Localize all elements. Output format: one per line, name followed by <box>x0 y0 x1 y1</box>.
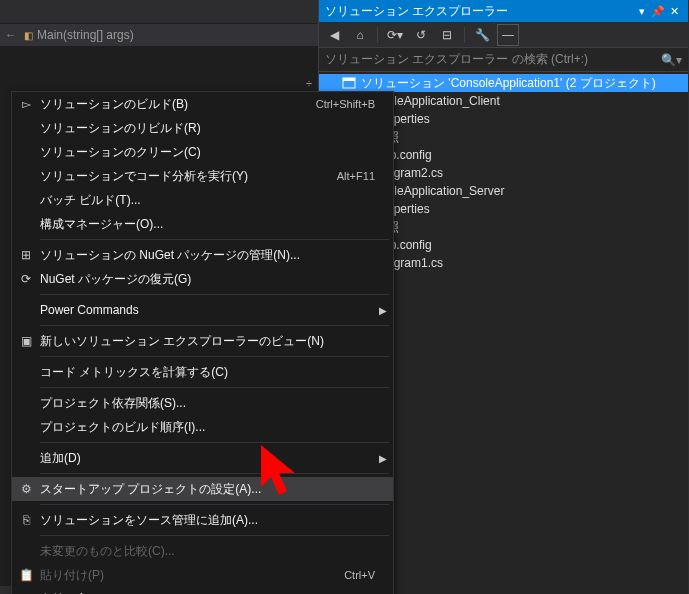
solution-search-placeholder: ソリューション エクスプローラー の検索 (Ctrl+:) <box>325 51 588 68</box>
panel-pin-icon[interactable]: 📌 <box>650 5 666 18</box>
menu-item[interactable]: ✎名前の変更(M) <box>12 587 393 594</box>
menu-item-label: ソリューションをソース管理に追加(A)... <box>40 512 393 529</box>
menu-item[interactable]: ⎘ソリューションをソース管理に追加(A)... <box>12 508 393 532</box>
menu-item[interactable]: プロジェクト依存関係(S)... <box>12 391 393 415</box>
menu-item-shortcut: Ctrl+V <box>344 569 393 581</box>
refresh-icon[interactable]: ↺ <box>410 24 432 46</box>
menu-item-label: 構成マネージャー(O)... <box>40 216 393 233</box>
solution-context-menu: ▻ソリューションのビルド(B)Ctrl+Shift+Bソリューションのリビルド(… <box>11 91 394 594</box>
editor-breadcrumb-bar: ← ◧ Main(string[] args) <box>0 24 318 46</box>
properties-icon[interactable]: 🔧 <box>471 24 493 46</box>
menu-item[interactable]: ⟳NuGet パッケージの復元(G) <box>12 267 393 291</box>
editor-tabs <box>0 0 318 24</box>
menu-item[interactable]: コード メトリックスを計算する(C) <box>12 360 393 384</box>
back-icon[interactable]: ◀ <box>323 24 345 46</box>
menu-item[interactable]: 追加(D)▶ <box>12 446 393 470</box>
method-icon: ◧ <box>24 30 33 41</box>
menu-item[interactable]: ソリューションのクリーン(C) <box>12 140 393 164</box>
cursor-indicator-icon <box>255 443 303 503</box>
editor-split-icon[interactable]: ÷ <box>302 76 316 90</box>
solution-search[interactable]: ソリューション エクスプローラー の検索 (Ctrl+:) 🔍▾ <box>319 48 688 72</box>
menu-item-label: Power Commands <box>40 303 393 317</box>
nav-back-icon[interactable]: ← <box>0 28 22 42</box>
panel-close-icon[interactable]: ✕ <box>666 5 682 18</box>
menu-item-label: プロジェクトのビルド順序(I)... <box>40 419 393 436</box>
menu-item-label: NuGet パッケージの復元(G) <box>40 271 393 288</box>
menu-item[interactable]: ⊞ソリューションの NuGet パッケージの管理(N)... <box>12 243 393 267</box>
paste-icon: 📋 <box>12 568 40 582</box>
search-icon[interactable]: 🔍▾ <box>661 53 682 67</box>
gear-icon: ⚙ <box>12 482 40 496</box>
nuget-icon: ⊞ <box>12 248 40 262</box>
menu-item[interactable]: プロジェクトのビルド順序(I)... <box>12 415 393 439</box>
menu-item-label: ソリューションのリビルド(R) <box>40 120 393 137</box>
svg-rect-1 <box>343 78 355 81</box>
solution-explorer-title-bar: ソリューション エクスプローラー ▾ 📌 ✕ <box>319 0 688 22</box>
solution-icon <box>341 75 357 91</box>
menu-item[interactable]: バッチ ビルド(T)... <box>12 188 393 212</box>
menu-item-shortcut: Alt+F11 <box>337 170 393 182</box>
solution-toolbar: ◀ ⌂ ⟳▾ ↺ ⊟ 🔧 — <box>319 22 688 48</box>
solution-root-label: ソリューション 'ConsoleApplication1' (2 プロジェクト) <box>361 75 656 92</box>
menu-item-shortcut: Ctrl+Shift+B <box>316 98 393 110</box>
solution-explorer-title: ソリューション エクスプローラー <box>325 3 508 20</box>
menu-item-label: バッチ ビルド(T)... <box>40 192 393 209</box>
menu-item[interactable]: 📋貼り付け(P)Ctrl+V <box>12 563 393 587</box>
solution-root-node[interactable]: ソリューション 'ConsoleApplication1' (2 プロジェクト) <box>319 74 688 92</box>
show-all-icon[interactable]: — <box>497 24 519 46</box>
menu-item-label: ソリューションの NuGet パッケージの管理(N)... <box>40 247 393 264</box>
menu-item-label: ソリューションのビルド(B) <box>40 96 316 113</box>
svg-marker-2 <box>261 445 295 495</box>
menu-item[interactable]: ▣新しいソリューション エクスプローラーのビュー(N) <box>12 329 393 353</box>
menu-item[interactable]: 構成マネージャー(O)... <box>12 212 393 236</box>
newview-icon: ▣ <box>12 334 40 348</box>
collapse-all-icon[interactable]: ⊟ <box>436 24 458 46</box>
menu-item-label: 未変更のものと比較(C)... <box>40 543 393 560</box>
menu-item-label: ソリューションでコード分析を実行(Y) <box>40 168 337 185</box>
submenu-arrow-icon: ▶ <box>379 305 387 316</box>
menu-item-label: 名前の変更(M) <box>40 591 393 595</box>
menu-item[interactable]: ソリューションのリビルド(R) <box>12 116 393 140</box>
menu-item-label: スタートアップ プロジェクトの設定(A)... <box>40 481 393 498</box>
menu-item-label: ソリューションのクリーン(C) <box>40 144 393 161</box>
menu-item[interactable]: 未変更のものと比較(C)... <box>12 539 393 563</box>
restore-icon: ⟳ <box>12 272 40 286</box>
menu-item-label: プロジェクト依存関係(S)... <box>40 395 393 412</box>
menu-item-label: 貼り付け(P) <box>40 567 344 584</box>
menu-item[interactable]: ⚙スタートアップ プロジェクトの設定(A)... <box>12 477 393 501</box>
panel-menu-icon[interactable]: ▾ <box>634 5 650 18</box>
build-icon: ▻ <box>12 97 40 111</box>
sync-icon[interactable]: ⟳▾ <box>384 24 406 46</box>
home-icon[interactable]: ⌂ <box>349 24 371 46</box>
menu-item[interactable]: Power Commands▶ <box>12 298 393 322</box>
menu-item-label: 新しいソリューション エクスプローラーのビュー(N) <box>40 333 393 350</box>
menu-item-label: 追加(D) <box>40 450 393 467</box>
menu-item[interactable]: ▻ソリューションのビルド(B)Ctrl+Shift+B <box>12 92 393 116</box>
submenu-arrow-icon: ▶ <box>379 453 387 464</box>
source-icon: ⎘ <box>12 513 40 527</box>
menu-item[interactable]: ソリューションでコード分析を実行(Y)Alt+F11 <box>12 164 393 188</box>
menu-item-label: コード メトリックスを計算する(C) <box>40 364 393 381</box>
breadcrumb-method[interactable]: Main(string[] args) <box>37 28 134 42</box>
